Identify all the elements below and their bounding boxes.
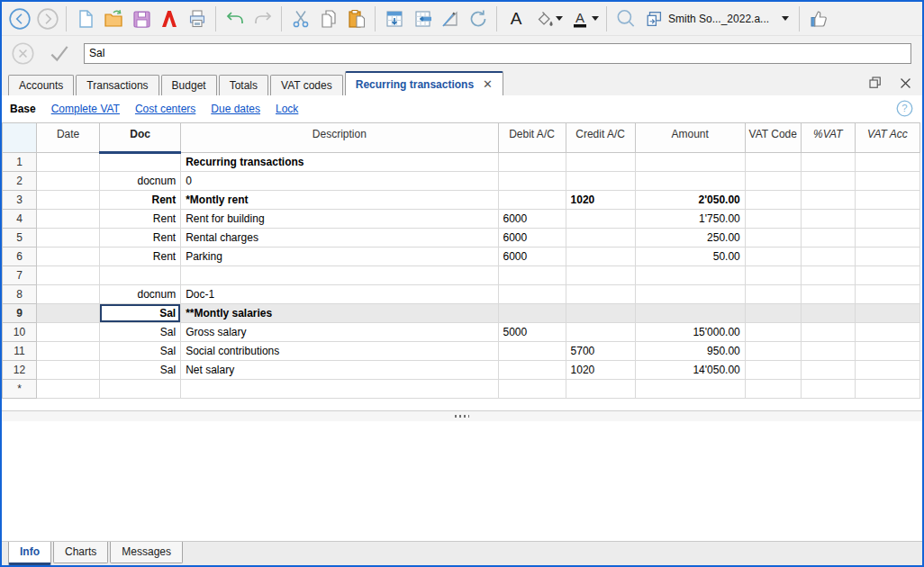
view-lock[interactable]: Lock (276, 103, 298, 115)
vat_code-cell[interactable] (745, 342, 801, 361)
vat_code-cell[interactable] (745, 229, 801, 248)
desc-cell[interactable]: Recurring transactions (181, 153, 498, 172)
date-cell[interactable] (37, 229, 100, 248)
debit-cell[interactable] (498, 153, 566, 172)
new-file-button[interactable] (71, 4, 99, 33)
view-complete-vat[interactable]: Complete VAT (51, 103, 120, 115)
tab-totals[interactable]: Totals (219, 75, 268, 95)
pct_vat-cell[interactable] (801, 191, 855, 210)
desc-cell[interactable] (181, 380, 498, 399)
debit-cell[interactable]: 6000 (498, 248, 566, 266)
help-button[interactable]: ? (895, 99, 914, 118)
recalculate-button[interactable] (464, 4, 492, 33)
tab-transactions[interactable]: Transactions (76, 75, 159, 95)
doc-cell[interactable] (100, 380, 181, 399)
save-button[interactable] (127, 4, 155, 33)
desc-cell[interactable]: Net salary (181, 361, 498, 380)
date-cell[interactable] (37, 380, 100, 399)
debit-cell[interactable] (498, 285, 566, 304)
desc-cell[interactable]: 0 (181, 172, 498, 191)
date-cell[interactable] (37, 153, 100, 172)
credit-cell[interactable] (566, 285, 635, 304)
bottom-tab-charts[interactable]: Charts (53, 542, 108, 563)
credit-cell[interactable] (566, 323, 635, 342)
row-number-cell[interactable]: 7 (3, 266, 37, 285)
doc-cell[interactable]: Sal (100, 342, 181, 361)
pct_vat-cell[interactable] (801, 229, 855, 248)
open-file-button[interactable] (99, 4, 127, 33)
insert-cells-button[interactable] (408, 4, 436, 33)
font-color-button[interactable]: A (566, 4, 602, 33)
date-cell[interactable] (37, 172, 100, 191)
row-number-cell[interactable]: 9 (3, 304, 37, 323)
desc-cell[interactable]: Social contributions (181, 342, 498, 361)
row-number-cell[interactable]: 6 (3, 248, 37, 266)
close-tab-icon[interactable]: ✕ (483, 78, 493, 90)
doc-cell[interactable] (100, 266, 181, 285)
row-number-cell[interactable]: 4 (3, 210, 37, 229)
doc-cell[interactable]: Rent (100, 229, 181, 248)
amount-cell[interactable]: 950.00 (635, 342, 745, 361)
pct_vat-cell[interactable] (801, 172, 855, 191)
desc-cell[interactable]: Parking (181, 248, 498, 266)
doc-cell[interactable]: Rent (100, 210, 181, 229)
debit-cell[interactable] (498, 191, 566, 210)
column-header-vat_code[interactable]: VAT Code (745, 123, 801, 153)
debit-cell[interactable] (498, 380, 566, 399)
search-button[interactable] (611, 4, 639, 33)
vat_acc-cell[interactable] (855, 153, 919, 172)
close-window-button[interactable] (898, 76, 913, 91)
vat_acc-cell[interactable] (855, 285, 919, 304)
vat_code-cell[interactable] (745, 304, 801, 323)
pct_vat-cell[interactable] (801, 323, 855, 342)
insert-rows-button[interactable] (380, 4, 408, 33)
amount-cell[interactable]: 50.00 (635, 248, 745, 266)
credit-cell[interactable]: 1020 (566, 361, 635, 380)
vat_acc-cell[interactable] (855, 172, 919, 191)
column-header-pct_vat[interactable]: %VAT (801, 123, 855, 153)
credit-cell[interactable]: 1020 (566, 191, 635, 210)
doc-cell[interactable]: Rent (100, 248, 181, 266)
amount-cell[interactable]: 250.00 (635, 229, 745, 248)
forward-button[interactable] (33, 4, 61, 33)
doc-cell[interactable]: docnum (100, 285, 181, 304)
credit-cell[interactable]: 5700 (566, 342, 635, 361)
open-file-selector[interactable]: Smith So..._2022.a... (639, 7, 794, 31)
desc-cell[interactable]: Gross salary (181, 323, 498, 342)
column-header-credit[interactable]: Credit A/C (566, 123, 635, 153)
amount-cell[interactable] (635, 153, 745, 172)
vat_acc-cell[interactable] (855, 210, 919, 229)
desc-cell[interactable] (181, 266, 498, 285)
doc-cell[interactable]: docnum (100, 172, 181, 191)
bottom-tab-info[interactable]: Info (8, 542, 51, 565)
amount-cell[interactable] (635, 172, 745, 191)
debit-cell[interactable] (498, 361, 566, 380)
date-cell[interactable] (37, 323, 100, 342)
vat_acc-cell[interactable] (855, 361, 919, 380)
row-number-cell[interactable]: 1 (3, 153, 37, 172)
credit-cell[interactable] (566, 172, 635, 191)
tab-accounts[interactable]: Accounts (8, 75, 74, 95)
amount-cell[interactable]: 14'050.00 (635, 361, 745, 380)
pdf-export-button[interactable] (155, 4, 183, 33)
credit-cell[interactable] (566, 304, 635, 323)
debit-cell[interactable] (498, 172, 566, 191)
debit-cell[interactable]: 6000 (498, 229, 566, 248)
vat_acc-cell[interactable] (855, 342, 919, 361)
doc-cell[interactable] (100, 153, 181, 172)
vat_acc-cell[interactable] (855, 266, 919, 285)
vat_code-cell[interactable] (745, 210, 801, 229)
credit-cell[interactable] (566, 210, 635, 229)
date-cell[interactable] (37, 361, 100, 380)
design-button[interactable] (436, 4, 464, 33)
credit-cell[interactable] (566, 153, 635, 172)
row-number-cell[interactable]: 10 (3, 323, 37, 342)
desc-cell[interactable]: Rental charges (181, 229, 498, 248)
accept-edit-button[interactable] (46, 41, 73, 65)
desc-cell[interactable]: **Montly salaries (181, 304, 498, 323)
vat_code-cell[interactable] (745, 361, 801, 380)
row-number-cell[interactable]: 11 (3, 342, 37, 361)
date-cell[interactable] (37, 266, 100, 285)
date-cell[interactable] (37, 285, 100, 304)
vat_acc-cell[interactable] (855, 248, 919, 266)
